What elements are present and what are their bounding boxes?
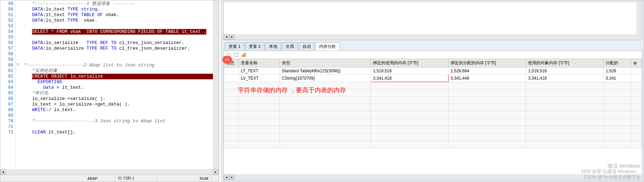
table-row bbox=[224, 133, 642, 141]
table-row bbox=[224, 119, 642, 126]
code-line[interactable]: DATA:lo_serialize TYPE REF TO cl_trex_js… bbox=[21, 40, 212, 46]
fold-marker bbox=[16, 101, 20, 107]
fold-marker bbox=[16, 107, 20, 112]
settings-icon[interactable]: ⚙ bbox=[633, 61, 637, 66]
tab-5[interactable]: 内存分析 bbox=[315, 42, 340, 51]
status-numlock: NUM bbox=[197, 176, 212, 181]
fold-marker bbox=[16, 95, 20, 101]
tab-0[interactable]: 变量 1 bbox=[225, 42, 244, 51]
table-row bbox=[224, 141, 642, 148]
scroll-right-button[interactable]: ▶ bbox=[229, 34, 235, 40]
code-line[interactable]: EXPORTING bbox=[21, 79, 212, 85]
tab-1[interactable]: 变量 2 bbox=[245, 42, 264, 51]
debug-panel: ◀ ▶ 变量 1变量 2本地全局自动内存分析 状态变量名称类型绑定的使用的内存 … bbox=[222, 0, 644, 182]
code-line[interactable]: DATA:lo_deserialize TYPE REF TO cl_trex_… bbox=[21, 46, 212, 51]
line-number: 59 bbox=[0, 57, 15, 63]
code-line[interactable]: DATA:ls_text TYPE vbak. bbox=[21, 18, 212, 23]
code-line[interactable]: DATA:lv_text TYPE string. bbox=[21, 7, 212, 12]
top-grid-area[interactable]: ◀ ▶ bbox=[223, 2, 642, 40]
scroll-right-button[interactable]: ▶ bbox=[213, 169, 219, 175]
tab-2[interactable]: 本地 bbox=[265, 42, 281, 51]
line-number: 50 bbox=[0, 7, 15, 12]
export-icon[interactable] bbox=[233, 52, 239, 58]
cell bbox=[631, 67, 642, 75]
line-number: 51 bbox=[0, 12, 15, 18]
line-number: 67 bbox=[0, 102, 15, 107]
line-number: 65 bbox=[0, 90, 15, 96]
fold-marker bbox=[16, 28, 20, 34]
fold-marker bbox=[16, 67, 20, 73]
line-number: 53 bbox=[0, 23, 15, 29]
tab-3[interactable]: 全局 bbox=[282, 42, 298, 51]
column-header[interactable]: 使用的对象内存 [字节] bbox=[526, 59, 604, 67]
table-row[interactable]: LV_TEXTCString{1670709}3,341,4183,341,44… bbox=[224, 75, 642, 82]
code-line[interactable] bbox=[21, 51, 212, 57]
code-line[interactable] bbox=[21, 57, 212, 63]
code-line[interactable]: "---------------------2 Abap list to Jso… bbox=[21, 63, 212, 68]
table-row[interactable]: LT_TEXTStandard Table[490x225(3098)]1,51… bbox=[224, 67, 642, 75]
column-header[interactable]: 分配的 bbox=[604, 59, 631, 67]
column-header[interactable]: 绑定的分配的内存 [字节] bbox=[448, 59, 526, 67]
column-header[interactable]: 类型 bbox=[279, 59, 371, 67]
code-content[interactable]: "-------------------1 数据准备 -------- DATA… bbox=[20, 0, 213, 169]
fold-marker bbox=[16, 39, 20, 45]
code-line[interactable]: DATA:lt_text TYPE TABLE OF vbak. bbox=[21, 12, 212, 18]
fold-marker bbox=[16, 45, 20, 51]
chart-icon[interactable] bbox=[241, 52, 247, 58]
line-number: 57 bbox=[0, 46, 15, 51]
code-area[interactable]: 4950515253545556575859606162636465666768… bbox=[0, 0, 219, 169]
line-number: 56 bbox=[0, 40, 15, 46]
scroll-left-button[interactable]: ◀ bbox=[224, 34, 229, 40]
cell: Standard Table[490x225(3098)] bbox=[279, 67, 371, 75]
fold-marker bbox=[16, 112, 20, 118]
line-number: 62 bbox=[0, 74, 15, 79]
table-row bbox=[224, 97, 642, 104]
code-line[interactable] bbox=[21, 23, 212, 29]
code-line[interactable] bbox=[21, 35, 212, 40]
scroll-right-button[interactable]: ▶ bbox=[229, 174, 235, 180]
scroll-left-button[interactable]: ◀ bbox=[224, 174, 229, 180]
code-line[interactable]: lv_text = lo_serialize->get_data( ). bbox=[21, 102, 212, 107]
code-line[interactable]: "----------------------3 Json string to … bbox=[21, 118, 212, 124]
code-line[interactable]: CLEAR lt_text[]. bbox=[21, 130, 212, 135]
code-line[interactable]: data = lt_text. bbox=[21, 85, 212, 90]
line-number: 52 bbox=[0, 18, 15, 23]
tab-4[interactable]: 自动 bbox=[299, 42, 315, 51]
horizontal-scrollbar[interactable]: ◀ ▶ bbox=[224, 174, 642, 180]
fold-marker bbox=[16, 6, 20, 12]
line-number: 68 bbox=[0, 107, 15, 113]
code-line[interactable]: "实例化对象 bbox=[21, 68, 212, 74]
column-header[interactable]: 变量名称 bbox=[238, 59, 279, 67]
fold-marker bbox=[16, 12, 20, 17]
memory-table[interactable]: 状态变量名称类型绑定的使用的内存 [字节]绑定的分配的内存 [字节]使用的对象内… bbox=[224, 59, 642, 148]
scroll-left-button[interactable]: ◀ bbox=[0, 169, 6, 175]
svg-rect-3 bbox=[245, 53, 246, 57]
code-line[interactable]: "-------------------1 数据准备 -------- bbox=[21, 1, 212, 7]
status-position: 行 72列 1 bbox=[115, 176, 157, 181]
fold-marker bbox=[16, 118, 20, 123]
line-number-gutter: 4950515253545556575859606162636465666768… bbox=[0, 0, 16, 169]
ai-badge-icon[interactable]: AI bbox=[222, 56, 232, 64]
cell: 1,519,516 bbox=[371, 67, 449, 75]
horizontal-scrollbar[interactable]: ◀ ▶ bbox=[0, 169, 219, 175]
code-line[interactable] bbox=[21, 113, 212, 118]
cell: 3,341,448 bbox=[448, 75, 526, 82]
memory-table-wrap: 状态变量名称类型绑定的使用的内存 [字节]绑定的分配的内存 [字节]使用的对象内… bbox=[224, 59, 642, 174]
code-line[interactable]: WRITE:/ lv_text. bbox=[21, 107, 212, 113]
fold-marker[interactable]: ⊟ bbox=[16, 62, 20, 67]
code-line[interactable]: CREATE OBJECT lo_serialize bbox=[21, 74, 212, 79]
line-number: 55 bbox=[0, 35, 15, 40]
code-line[interactable] bbox=[21, 124, 212, 130]
table-row bbox=[224, 104, 642, 111]
fold-marker bbox=[16, 0, 20, 6]
cell bbox=[631, 75, 642, 82]
fold-marker bbox=[16, 73, 20, 79]
code-line[interactable]: SELECT * FROM vbak INTO CORRESPONDING FI… bbox=[21, 29, 212, 35]
column-header[interactable]: 绑定的使用的内存 [字节] bbox=[371, 59, 449, 67]
code-line[interactable]: "串行化 bbox=[21, 90, 212, 96]
fold-column[interactable]: ⊟ bbox=[16, 0, 20, 169]
annotation-text: 字符串存储的内存 ，要高于内表的内存 bbox=[238, 86, 346, 94]
code-line[interactable]: lo_serialize->serialize( ). bbox=[21, 96, 212, 102]
cell: 3,341,418 bbox=[371, 75, 449, 82]
vertical-scrollbar[interactable] bbox=[213, 0, 219, 169]
